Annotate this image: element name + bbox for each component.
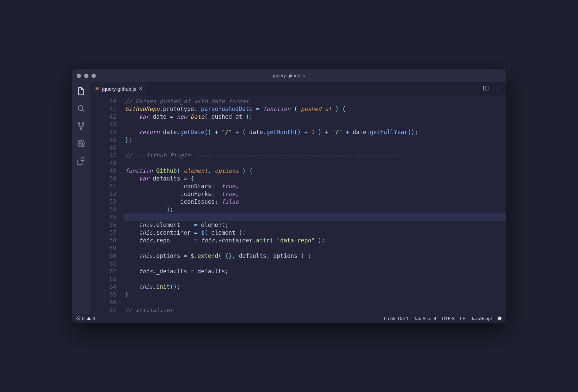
line-number: 62: [90, 268, 116, 275]
js-badge-icon: JS: [95, 87, 99, 91]
debug-icon[interactable]: [76, 139, 86, 149]
line-number: 67: [90, 306, 116, 314]
explorer-icon[interactable]: [76, 86, 86, 96]
svg-point-0: [78, 106, 83, 110]
code-line[interactable]: this.element = element;: [124, 221, 506, 229]
line-number: 40: [90, 97, 116, 105]
tab-jquery-github[interactable]: JS jquery-github.js ×: [90, 82, 147, 95]
language-mode[interactable]: JavaScript: [471, 316, 492, 321]
code-line[interactable]: [124, 159, 506, 167]
line-number: 49: [90, 167, 116, 175]
tab-size[interactable]: Tab Size: 4: [414, 316, 436, 321]
code-line[interactable]: var defaults = {: [124, 175, 506, 183]
line-number: 58: [90, 237, 116, 244]
zoom-window-button[interactable]: [92, 74, 96, 78]
close-tab-icon[interactable]: ×: [139, 86, 142, 92]
code-line[interactable]: this.init();: [124, 283, 506, 291]
code-line[interactable]: this.options = $.extend( {}, defaults, o…: [124, 252, 506, 260]
split-editor-icon[interactable]: [483, 85, 489, 92]
code-line[interactable]: var date = new Date( pushed_at );: [124, 113, 506, 121]
feedback-icon[interactable]: [497, 316, 502, 321]
encoding[interactable]: UTF-8: [442, 316, 455, 321]
extensions-icon[interactable]: [76, 156, 86, 166]
line-number: 50: [90, 175, 116, 183]
source-control-icon[interactable]: [76, 121, 86, 131]
line-number: 61: [90, 260, 116, 268]
svg-point-18: [500, 318, 501, 318]
line-number: 43: [90, 121, 116, 128]
code-line[interactable]: function Github( element, options ) {: [124, 167, 506, 175]
svg-line-1: [82, 110, 84, 111]
more-actions-icon[interactable]: ···: [494, 85, 501, 92]
close-window-button[interactable]: [77, 74, 81, 78]
code-editor[interactable]: 4041424344454647484950515253545556575859…: [90, 95, 506, 314]
eol[interactable]: LF: [460, 316, 465, 321]
code-line[interactable]: this._defaults = defaults;: [124, 268, 506, 275]
line-number: 48: [90, 159, 116, 167]
activity-bar: [72, 82, 90, 314]
code-line[interactable]: iconStars: true,: [124, 183, 506, 190]
line-number: 42: [90, 113, 116, 121]
window-title: jquery-github.js: [273, 73, 305, 78]
minimize-window-button[interactable]: [84, 74, 88, 78]
code-line[interactable]: [124, 213, 506, 221]
svg-point-3: [82, 123, 84, 124]
line-number: 46: [90, 144, 116, 152]
code-content[interactable]: // Parses pushed_at with date formatGith…: [124, 97, 506, 314]
code-line[interactable]: this.repo = this.$container.attr( "data-…: [124, 237, 506, 244]
line-number: 60: [90, 252, 116, 260]
warnings-indicator[interactable]: 0: [86, 316, 95, 321]
titlebar: jquery-github.js: [72, 69, 506, 82]
code-line[interactable]: this.$container = $( element );: [124, 229, 506, 237]
code-line[interactable]: // -- Github Plugin --------------------…: [124, 152, 506, 159]
code-line[interactable]: [124, 244, 506, 252]
code-line[interactable]: [124, 299, 506, 306]
line-number: 63: [90, 275, 116, 283]
code-line[interactable]: iconForks: true,: [124, 190, 506, 198]
line-number: 64: [90, 283, 116, 291]
window-controls: [77, 74, 96, 78]
code-line[interactable]: };: [124, 136, 506, 144]
line-number: 45: [90, 136, 116, 144]
cursor-position[interactable]: Ln 55, Col 1: [384, 316, 408, 321]
line-number-gutter: 4041424344454647484950515253545556575859…: [90, 97, 124, 314]
svg-point-16: [498, 316, 502, 320]
code-line[interactable]: GithubRepo.prototype._parsePushedDate = …: [124, 105, 506, 113]
code-line[interactable]: return date.getDate() + "/" + ( date.get…: [124, 128, 506, 136]
line-number: 57: [90, 229, 116, 237]
line-number: 65: [90, 291, 116, 299]
line-number: 54: [90, 206, 116, 213]
code-line[interactable]: }: [124, 291, 506, 299]
tab-bar: JS jquery-github.js × ···: [90, 82, 506, 95]
svg-rect-10: [81, 158, 84, 161]
line-number: 59: [90, 244, 116, 252]
code-line[interactable]: // Parses pushed_at with date format: [124, 97, 506, 105]
svg-point-17: [499, 318, 499, 318]
status-bar: 0 0 Ln 55, Col 1 Tab Size: 4 UTF-8 LF Ja…: [72, 314, 506, 323]
line-number: 44: [90, 128, 116, 136]
line-number: 66: [90, 299, 116, 306]
line-number: 41: [90, 105, 116, 113]
line-number: 55: [90, 213, 116, 221]
line-number: 53: [90, 198, 116, 206]
svg-point-4: [80, 128, 82, 129]
code-line[interactable]: };: [124, 206, 506, 213]
code-line[interactable]: [124, 275, 506, 283]
code-line[interactable]: [124, 260, 506, 268]
code-line[interactable]: iconIssues: false: [124, 198, 506, 206]
line-number: 56: [90, 221, 116, 229]
tab-filename: jquery-github.js: [102, 86, 136, 92]
editor-window: jquery-github.js JS jquery: [72, 69, 506, 323]
search-icon[interactable]: [76, 104, 86, 114]
svg-point-2: [78, 123, 80, 124]
line-number: 52: [90, 190, 116, 198]
code-line[interactable]: // Initializer: [124, 306, 506, 314]
code-line[interactable]: [124, 121, 506, 128]
line-number: 51: [90, 183, 116, 190]
code-line[interactable]: [124, 144, 506, 152]
line-number: 47: [90, 152, 116, 159]
errors-indicator[interactable]: 0: [76, 316, 84, 321]
